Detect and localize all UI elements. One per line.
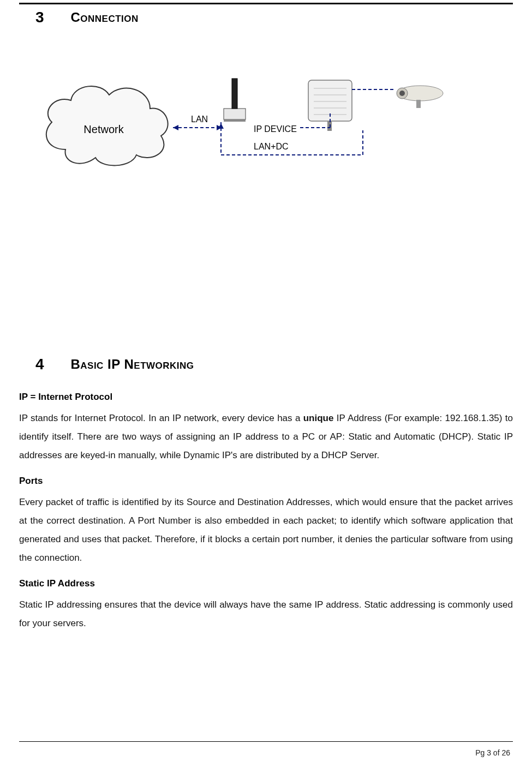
ip-protocol-bold: unique [303,413,334,423]
camera-icon [397,86,443,108]
svg-rect-0 [224,109,246,119]
section-4-title: Basic IP Networking [70,357,194,371]
svg-rect-1 [232,79,237,109]
section-3-number: 3 [35,9,68,26]
ip-protocol-part1: IP stands for Internet Protocol. In an I… [19,413,303,423]
section-4-heading: 4 Basic IP Networking [19,351,513,376]
bottom-rule [19,741,513,742]
landc-label: LAN+DC [254,142,289,151]
outdoor-unit-icon [308,80,352,131]
page-footer: Pg 3 of 26 [475,748,510,757]
ports-body: Every packet of traffic is identified by… [19,493,513,567]
lan-label: LAN [191,115,208,124]
ip-protocol-body: IP stands for Internet Protocol. In an I… [19,409,513,465]
ip-device-icon [224,79,246,122]
static-ip-heading: Static IP Address [19,578,513,589]
connection-diagram: Network LAN IP DEVI [35,68,450,188]
svg-marker-22 [218,123,224,129]
section-4-number: 4 [35,356,68,373]
svg-point-12 [399,91,405,96]
static-ip-body: Static IP addressing ensures that the de… [19,596,513,633]
section-3-title: Connection [70,10,138,25]
network-cloud-icon: Network [46,86,168,165]
spacer [19,188,513,351]
network-cloud-label: Network [83,123,124,135]
section-3-heading: 3 Connection [19,4,513,29]
svg-rect-13 [416,100,421,108]
ip-protocol-heading: IP = Internet Protocol [19,392,513,403]
svg-rect-2 [224,119,246,122]
ports-heading: Ports [19,476,513,487]
ip-device-label: IP DEVICE [254,124,297,134]
svg-marker-14 [173,125,178,130]
